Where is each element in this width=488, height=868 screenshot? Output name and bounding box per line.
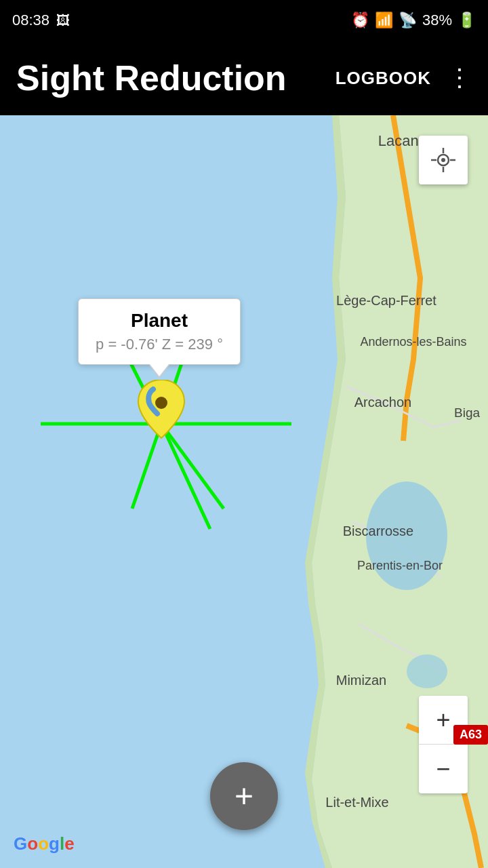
status-left: 08:38 🖼: [12, 12, 70, 29]
svg-text:Lit-et-Mixe: Lit-et-Mixe: [325, 795, 388, 810]
alarm-icon: ⏰: [351, 12, 369, 29]
app-bar: Sight Reduction LOGBOOK ⋮: [0, 41, 488, 115]
google-l: l: [60, 833, 64, 854]
signal-icon: 📡: [399, 12, 417, 29]
location-button[interactable]: [419, 136, 468, 184]
status-right: ⏰ 📶 📡 38% 🔋: [351, 12, 476, 29]
wifi-icon: 📶: [375, 12, 393, 29]
google-g: G: [14, 833, 27, 854]
app-bar-right: LOGBOOK ⋮: [336, 64, 472, 92]
google-g2: g: [49, 833, 60, 854]
more-menu-button[interactable]: ⋮: [447, 64, 472, 92]
battery-icon: 🔋: [458, 12, 476, 29]
status-bar: 08:38 🖼 ⏰ 📶 📡 38% 🔋: [0, 0, 488, 41]
add-fab-button[interactable]: +: [210, 762, 278, 830]
svg-text:Lège-Cap-Ferret: Lège-Cap-Ferret: [336, 293, 436, 308]
battery-display: 38%: [422, 12, 452, 29]
svg-point-18: [155, 397, 167, 409]
google-logo: Google: [14, 833, 75, 854]
map-svg: Lacanau Lège-Cap-Ferret Andernos-les-Bai…: [0, 115, 488, 868]
svg-text:Parentis-en-Bor: Parentis-en-Bor: [357, 559, 443, 572]
more-icon: ⋮: [447, 64, 472, 92]
google-o1: o: [27, 833, 38, 854]
image-icon: 🖼: [56, 13, 70, 28]
svg-point-24: [441, 158, 445, 162]
marker-tooltip: Planet p = -0.76' Z = 239 °: [78, 298, 241, 365]
zoom-controls: + −: [419, 696, 468, 793]
svg-text:Andernos-les-Bains: Andernos-les-Bains: [360, 335, 466, 349]
tooltip-values: p = -0.76' Z = 239 °: [95, 336, 224, 353]
logbook-button[interactable]: LOGBOOK: [336, 68, 431, 89]
a63-road-badge: A63: [453, 725, 488, 745]
add-icon: +: [235, 780, 253, 812]
svg-text:Biscarrosse: Biscarrosse: [343, 524, 413, 538]
time-display: 08:38: [12, 12, 49, 29]
svg-text:Biga: Biga: [454, 406, 480, 420]
zoom-out-button[interactable]: −: [419, 745, 468, 793]
svg-point-2: [407, 654, 447, 688]
map-marker[interactable]: [136, 380, 187, 443]
svg-text:Mimizan: Mimizan: [336, 673, 386, 688]
google-o2: o: [38, 833, 49, 854]
map-container[interactable]: Lacanau Lège-Cap-Ferret Andernos-les-Bai…: [0, 115, 488, 868]
tooltip-title: Planet: [95, 310, 224, 332]
google-e: e: [64, 833, 74, 854]
app-title: Sight Reduction: [16, 58, 287, 98]
svg-text:Arcachon: Arcachon: [354, 395, 412, 410]
